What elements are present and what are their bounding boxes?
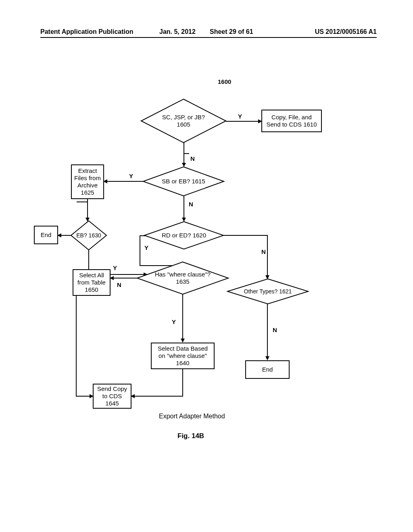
edge-1635-n-label: N <box>117 281 121 288</box>
edge-1621-n <box>267 304 268 356</box>
decision-1635: Has "where clause"? 1635 <box>137 262 228 294</box>
decision-1630: EB? 1630 <box>71 221 106 250</box>
edge-1620-y-v <box>140 235 140 265</box>
edge-1621-n-label: N <box>273 326 277 333</box>
header-pubnum-text: US 2012/0005166 A1 <box>315 28 377 35</box>
edge-1620-y-label: Y <box>144 244 148 251</box>
decision-1620: RD or ED? 1620 <box>144 222 223 249</box>
figure-number: Fig. 14B <box>177 432 204 440</box>
process-1640: Select Data Based on "where clause" 1640 <box>151 343 215 369</box>
decision-1605-text: SC, JSP, or JB? 1605 <box>141 99 226 143</box>
edge-1621-n-arrow <box>265 356 269 360</box>
process-1625-text: Extract Files from Archive 1625 <box>74 167 101 196</box>
decision-1615: SB or EB? 1615 <box>143 167 224 196</box>
edge-1605-n-tick <box>184 153 189 154</box>
process-1640-text: Select Data Based on "where clause" 1640 <box>158 345 208 367</box>
decision-1630-text: EB? 1630 <box>71 221 106 250</box>
process-1645: Send Copy to CDS 1645 <box>93 384 131 409</box>
edge-1605-n-label: N <box>190 155 195 162</box>
terminal-end-2-text: End <box>262 366 273 373</box>
edge-1635-y-arrow <box>181 339 185 343</box>
terminal-end-1-text: End <box>41 231 52 239</box>
edge-1620-n-v <box>267 235 268 275</box>
terminal-end-1: End <box>34 226 58 244</box>
edge-1620-n-h <box>223 235 268 236</box>
header-date-text: Jan. 5, 2012 <box>159 28 196 35</box>
edge-1640-h <box>135 396 183 397</box>
decision-1620-text: RD or ED? 1620 <box>144 222 223 249</box>
patent-page: Patent Application Publication Jan. 5, 2… <box>0 0 413 532</box>
edge-1615-y <box>107 181 144 182</box>
edge-1635-y-label: Y <box>172 318 176 325</box>
edge-1630-n <box>61 235 72 236</box>
edge-1615-n-arrow <box>182 218 186 222</box>
decision-1635-text: Has "where clause"? 1635 <box>137 262 228 294</box>
edge-1615-n-label: N <box>189 201 193 208</box>
edge-1650-h <box>76 396 90 397</box>
process-1625: Extract Files from Archive 1625 <box>71 164 104 199</box>
edge-1650-v <box>76 296 77 396</box>
process-1610: Copy, File, and Send to CDS 1610 <box>261 110 322 132</box>
edge-1605-n-v <box>184 143 184 163</box>
edge-1620-n-label: N <box>261 248 266 255</box>
edge-1635-n <box>114 278 138 278</box>
header-divider <box>40 37 377 38</box>
edge-1640-v <box>182 369 183 396</box>
terminal-end-2: End <box>245 360 290 379</box>
edge-1630-y-label: Y <box>113 264 117 271</box>
edge-1625-tick <box>77 202 88 202</box>
edge-1620-y-tick <box>140 235 145 236</box>
header-sheet-text: Sheet 29 of 61 <box>210 28 253 35</box>
edge-1615-n <box>184 196 184 218</box>
decision-1621-text: Other Types? 1621 <box>227 279 308 304</box>
edge-1605-y <box>226 121 258 122</box>
edge-1615-y-label: Y <box>129 172 133 179</box>
header-left-text: Patent Application Publication <box>40 28 133 35</box>
process-1650-text: Select All from Table 1650 <box>77 272 106 293</box>
process-1610-text: Copy, File, and Send to CDS 1610 <box>266 114 317 128</box>
edge-1635-y <box>182 294 183 339</box>
edge-1605-n-arrow <box>182 163 186 167</box>
figure-caption: Export Adapter Method <box>159 413 225 420</box>
process-1645-text: Send Copy to CDS 1645 <box>97 385 127 407</box>
process-1650: Select All from Table 1650 <box>73 269 111 296</box>
decision-1615-text: SB or EB? 1615 <box>143 167 224 196</box>
decision-1605: SC, JSP, or JB? 1605 <box>141 99 226 143</box>
figure-id-label: 1600 <box>218 78 231 85</box>
edge-1605-y-label: Y <box>238 113 242 120</box>
decision-1621: Other Types? 1621 <box>227 279 308 304</box>
